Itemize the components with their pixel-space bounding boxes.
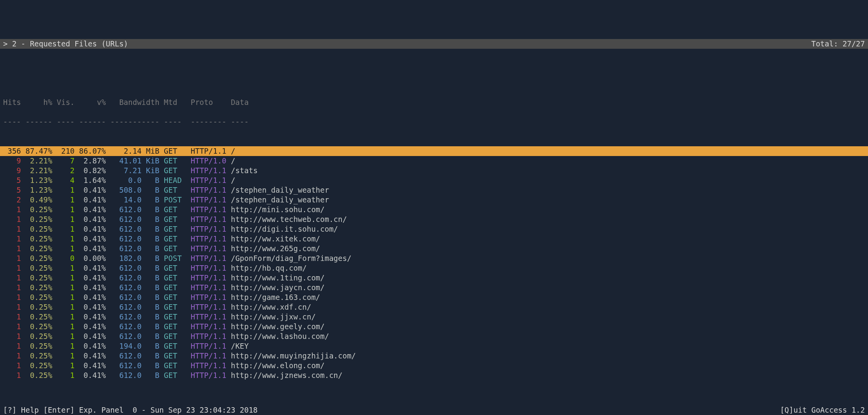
cell-method: GET [164,215,182,223]
table-row[interactable]: 1 0.25% 1 0.41% 612.0 B GET HTTP/1.1 htt… [0,322,868,332]
cell-bandwidth: 612.0 [106,225,142,233]
cell-method: GET [164,244,182,253]
table-row[interactable]: 1 0.25% 1 0.41% 612.0 B GET HTTP/1.1 htt… [0,273,868,283]
cell-visitors: 1 [52,361,75,370]
cell-hits: 1 [3,361,21,370]
cell-protocol: HTTP/1.1 [191,264,227,272]
cell-method: GET [164,264,182,272]
table-row[interactable]: 1 0.25% 1 0.41% 612.0 B GET HTTP/1.1 htt… [0,361,868,371]
cell-hits: 1 [3,293,21,301]
table-row[interactable]: 1 0.25% 1 0.41% 612.0 B GET HTTP/1.1 htt… [0,371,868,380]
cell-data: / [231,156,235,165]
table-row[interactable]: 1 0.25% 1 0.41% 612.0 B GET HTTP/1.1 htt… [0,215,868,224]
cell-data: http://www.techweb.com.cn/ [231,215,347,223]
cell-data: http://www.jznews.com.cn/ [231,371,342,380]
table-row[interactable]: 1 0.25% 1 0.41% 612.0 B GET HTTP/1.1 htt… [0,224,868,234]
table-row[interactable]: 1 0.25% 1 0.41% 612.0 B GET HTTP/1.1 htt… [0,283,868,293]
cell-protocol: HTTP/1.1 [191,342,227,350]
cell-hits: 1 [3,312,21,321]
cell-hits: 1 [3,215,21,223]
cell-protocol: HTTP/1.0 [191,156,227,165]
cell-data: http://www.1ting.com/ [231,273,324,282]
cell-visitors: 1 [52,264,75,272]
cell-hits-pct: 1.23% [21,176,52,184]
cell-hits: 9 [3,156,21,165]
cell-bandwidth: 612.0 [106,332,142,341]
table-row[interactable]: 9 2.21% 2 0.82% 7.21 KiB GET HTTP/1.1 /s… [0,166,868,176]
cell-visitors-pct: 0.41% [75,273,106,282]
cell-bandwidth-unit: B [142,303,160,311]
cell-protocol: HTTP/1.1 [191,176,227,184]
cell-hits-pct: 0.25% [21,244,52,253]
cell-visitors: 1 [52,225,75,233]
cell-visitors: 1 [52,342,75,350]
table-row[interactable]: 1 0.25% 1 0.41% 612.0 B GET HTTP/1.1 htt… [0,332,868,341]
cell-visitors-pct: 1.64% [75,176,106,184]
cell-hits-pct: 0.25% [21,264,52,272]
table-row[interactable]: 356 87.47% 210 86.07% 2.14 MiB GET HTTP/… [0,146,868,156]
cell-method: GET [164,283,182,292]
table-row[interactable]: 1 0.25% 1 0.41% 612.0 B GET HTTP/1.1 htt… [0,351,868,361]
cell-hits: 1 [3,342,21,350]
table-row[interactable]: 9 2.21% 7 2.87% 41.01 KiB GET HTTP/1.0 / [0,156,868,166]
cell-method: GET [164,147,182,155]
cell-hits: 1 [3,254,21,262]
cell-protocol: HTTP/1.1 [191,322,227,331]
cell-protocol: HTTP/1.1 [191,254,227,262]
cell-hits-pct: 0.25% [21,303,52,311]
table-row[interactable]: 1 0.25% 1 0.41% 612.0 B GET HTTP/1.1 htt… [0,205,868,215]
cell-visitors-pct: 0.41% [75,371,106,380]
cell-visitors-pct: 0.41% [75,205,106,214]
cell-bandwidth-unit: B [142,244,160,253]
cell-protocol: HTTP/1.1 [191,371,227,380]
table-row[interactable]: 1 0.25% 1 0.41% 612.0 B GET HTTP/1.1 htt… [0,244,868,254]
cell-visitors: 1 [52,322,75,331]
cell-bandwidth-unit: B [142,215,160,223]
cell-hits: 9 [3,166,21,175]
cell-bandwidth: 612.0 [106,351,142,360]
table-row[interactable]: 1 0.25% 1 0.41% 612.0 B GET HTTP/1.1 htt… [0,302,868,312]
cell-method: GET [164,332,182,341]
cell-visitors-pct: 0.41% [75,283,106,292]
table-row[interactable]: 1 0.25% 1 0.41% 612.0 B GET HTTP/1.1 htt… [0,234,868,244]
cell-protocol: HTTP/1.1 [191,205,227,214]
cell-bandwidth-unit: B [142,205,160,214]
column-headers: Hits h% Vis. v% Bandwidth Mtd Proto Data [0,98,868,107]
cell-data: http://hb.qq.com/ [231,264,306,272]
cell-method: GET [164,371,182,380]
cell-protocol: HTTP/1.1 [191,283,227,292]
status-right: [Q]uit GoAccess 1.2 [780,405,865,415]
cell-visitors-pct: 0.82% [75,166,106,175]
cell-hits-pct: 0.25% [21,342,52,350]
cell-data: http://www.geely.com/ [231,322,324,331]
cell-hits: 1 [3,332,21,341]
cell-data: http://ww.xitek.com/ [231,234,320,243]
cell-bandwidth-unit: KiB [142,156,160,165]
table-row[interactable]: 5 1.23% 1 0.41% 508.0 B GET HTTP/1.1 /st… [0,185,868,195]
table-row[interactable]: 1 0.25% 1 0.41% 194.0 B GET HTTP/1.1 /KE… [0,341,868,351]
cell-bandwidth-unit: B [142,283,160,292]
table-row[interactable]: 1 0.25% 0 0.00% 182.0 B POST HTTP/1.1 /G… [0,254,868,263]
cell-data: http://www.lashou.com/ [231,332,329,341]
table-row[interactable]: 1 0.25% 1 0.41% 612.0 B GET HTTP/1.1 htt… [0,293,868,302]
cell-bandwidth: 0.0 [106,176,142,184]
cell-bandwidth-unit: B [142,332,160,341]
table-row[interactable]: 2 0.49% 1 0.41% 14.0 B POST HTTP/1.1 /st… [0,195,868,205]
cell-hits: 5 [3,186,21,194]
cell-visitors-pct: 0.41% [75,225,106,233]
cell-bandwidth: 182.0 [106,254,142,262]
cell-method: HEAD [164,176,182,184]
cell-bandwidth-unit: B [142,234,160,243]
cell-method: GET [164,312,182,321]
cell-visitors: 1 [52,234,75,243]
cell-data: /stephen_daily_weather [231,195,329,204]
cell-bandwidth: 2.14 [106,147,142,155]
table-row[interactable]: 5 1.23% 4 1.64% 0.0 B HEAD HTTP/1.1 / [0,176,868,185]
cell-hits-pct: 0.25% [21,273,52,282]
cell-hits: 1 [3,283,21,292]
cell-method: GET [164,205,182,214]
cell-method: GET [164,166,182,175]
table-row[interactable]: 1 0.25% 1 0.41% 612.0 B GET HTTP/1.1 htt… [0,312,868,322]
table-row[interactable]: 1 0.25% 1 0.41% 612.0 B GET HTTP/1.1 htt… [0,263,868,273]
cell-hits: 2 [3,195,21,204]
